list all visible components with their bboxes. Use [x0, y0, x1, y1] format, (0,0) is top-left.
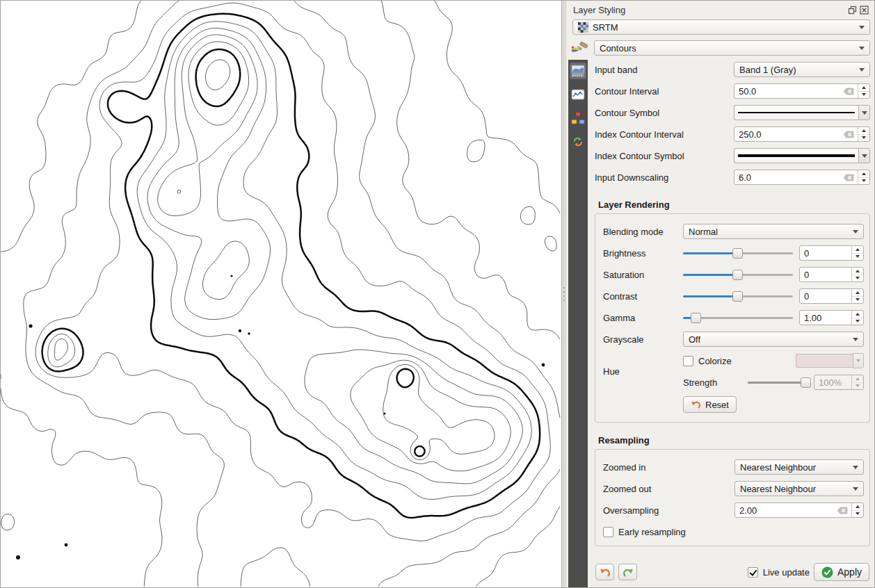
history-tab-icon — [571, 135, 585, 149]
index-contour-symbol-row: Index Contour Symbol — [595, 148, 870, 163]
contrast-spinbox[interactable]: 0 — [799, 288, 864, 304]
live-update-row[interactable]: Live update — [748, 567, 810, 578]
chevron-down-icon — [853, 230, 858, 234]
spin-buttons[interactable] — [851, 289, 863, 303]
reset-button-label: Reset — [705, 400, 729, 410]
index-contour-interval-spinbox[interactable]: 250.0 — [734, 126, 870, 142]
contour-map-svg — [1, 1, 561, 587]
early-resampling-row[interactable]: Early resampling — [603, 524, 864, 539]
input-downscaling-spinbox[interactable]: 6.0 — [734, 170, 870, 185]
tab-history[interactable] — [570, 133, 586, 150]
tab-histogram[interactable] — [570, 86, 586, 103]
redo-icon — [623, 567, 634, 578]
grayscale-value: Off — [689, 334, 700, 345]
spin-buttons[interactable] — [858, 84, 869, 98]
redo-button[interactable] — [618, 564, 637, 580]
contrast-row: Contrast 0 — [603, 288, 864, 304]
contour-symbol-preview — [734, 105, 858, 120]
chevron-down-icon — [853, 466, 858, 469]
grayscale-row: Grayscale Off — [603, 332, 864, 347]
strength-slider[interactable] — [748, 377, 808, 388]
tab-symbology[interactable] — [570, 63, 586, 79]
gamma-slider[interactable] — [683, 313, 793, 323]
reset-button[interactable]: Reset — [683, 396, 737, 413]
contour-interval-value: 50.0 — [734, 86, 842, 97]
clear-value-icon[interactable] — [842, 173, 855, 182]
brightness-label: Brightness — [603, 248, 677, 259]
index-contour-interval-label: Index Contour Interval — [595, 129, 734, 140]
contour-lines — [24, 1, 560, 587]
hue-label: Hue — [603, 366, 677, 377]
spin-buttons[interactable] — [851, 268, 863, 281]
colorize-checkbox[interactable] — [683, 356, 693, 366]
chevron-down-icon — [853, 338, 858, 341]
colorize-color-selector[interactable] — [796, 353, 864, 368]
early-resampling-checkbox[interactable] — [603, 527, 613, 537]
input-band-label: Input band — [595, 65, 734, 75]
zoomed-in-row: Zoomed in Nearest Neighbour — [603, 459, 864, 475]
zoomed-in-combo[interactable]: Nearest Neighbour — [734, 459, 864, 475]
saturation-slider[interactable] — [683, 270, 793, 280]
apply-button-label: Apply — [837, 566, 862, 578]
spin-buttons[interactable] — [851, 246, 863, 260]
undo-button[interactable] — [595, 564, 614, 580]
clear-value-icon[interactable] — [836, 506, 849, 515]
apply-button[interactable]: Apply — [814, 563, 869, 581]
resampling-title: Resampling — [598, 435, 870, 446]
index-contour-symbol-selector[interactable] — [734, 148, 870, 163]
gamma-spinbox[interactable]: 1.00 — [799, 310, 864, 325]
index-contour-interval-value: 250.0 — [734, 129, 842, 140]
blending-mode-value: Normal — [689, 227, 718, 237]
contour-lines — [48, 22, 531, 500]
live-update-checkbox[interactable] — [748, 567, 758, 578]
spin-buttons[interactable] — [858, 170, 869, 184]
index-contour-symbol-label: Index Contour Symbol — [595, 151, 734, 161]
saturation-row: Saturation 0 — [603, 267, 864, 282]
zoomed-out-combo[interactable]: Nearest Neighbour — [734, 481, 864, 496]
map-point-feature — [384, 413, 386, 415]
panel-title-row: Layer Styling — [566, 1, 874, 18]
brightness-spinbox[interactable]: 0 — [799, 245, 864, 261]
contrast-slider[interactable] — [683, 291, 793, 302]
brightness-slider[interactable] — [683, 248, 793, 259]
clear-value-icon[interactable] — [842, 87, 855, 96]
spin-buttons[interactable] — [858, 127, 869, 141]
contour-symbol-selector[interactable] — [734, 105, 870, 120]
layer-selector[interactable]: SRTM — [572, 19, 870, 35]
oversampling-spinbox[interactable]: 2.00 — [734, 503, 864, 518]
renderer-selector[interactable]: Contours — [594, 40, 870, 56]
contour-interval-spinbox[interactable]: 50.0 — [734, 83, 870, 99]
float-panel-button[interactable] — [848, 6, 857, 15]
symbol-dropdown-button[interactable] — [858, 148, 870, 163]
styling-tabstrip — [568, 60, 588, 587]
panel-splitter[interactable] — [561, 1, 566, 587]
layer-rendering-group: Blending mode Normal Brightness 0 — [595, 213, 870, 423]
map-point-feature — [248, 332, 250, 335]
spin-buttons[interactable] — [851, 503, 863, 517]
saturation-spinbox[interactable]: 0 — [799, 267, 864, 282]
blending-mode-label: Blending mode — [603, 227, 677, 237]
map-canvas[interactable] — [1, 1, 561, 587]
contour-lines — [435, 1, 560, 251]
contour-symbol-row: Contour Symbol — [595, 105, 870, 120]
clear-value-icon[interactable] — [842, 130, 855, 139]
undo-icon — [691, 400, 701, 409]
early-resampling-label: Early resampling — [618, 527, 686, 537]
undo-icon — [600, 567, 611, 578]
input-downscaling-label: Input Downscaling — [595, 172, 734, 183]
grayscale-combo[interactable]: Off — [683, 332, 864, 347]
tab-attributes[interactable] — [570, 110, 586, 126]
resampling-group: Zoomed in Nearest Neighbour Zoomed out N… — [595, 449, 870, 546]
histogram-tab-icon — [571, 88, 585, 101]
close-panel-button[interactable] — [860, 6, 869, 15]
oversampling-value: 2.00 — [735, 505, 836, 516]
brightness-row: Brightness 0 — [603, 245, 864, 261]
spin-buttons[interactable] — [851, 311, 863, 325]
zoomed-out-value: Nearest Neighbour — [740, 484, 816, 494]
symbol-dropdown-button[interactable] — [858, 105, 870, 120]
input-band-combo[interactable]: Band 1 (Gray) — [734, 62, 870, 77]
color-dropdown-button[interactable] — [853, 353, 864, 368]
blending-mode-combo[interactable]: Normal — [683, 224, 864, 239]
chevron-down-icon — [859, 68, 865, 72]
colorize-checkbox-row[interactable]: Colorize — [683, 356, 732, 366]
